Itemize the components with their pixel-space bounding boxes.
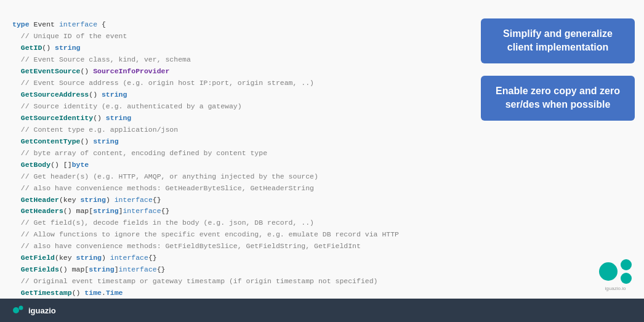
svg-point-0 bbox=[13, 307, 19, 313]
bubble-small-top bbox=[621, 259, 632, 270]
logo-area: iguazio bbox=[11, 304, 56, 317]
bubble-large-left bbox=[599, 262, 618, 281]
callout-box-1: Simplify and generalize client implement… bbox=[481, 18, 635, 63]
bubble-small-bottom bbox=[621, 273, 632, 284]
code-panel: type Event interface { // Unique ID of t… bbox=[0, 0, 472, 322]
svg-point-1 bbox=[19, 306, 23, 310]
bottom-bar: iguazio bbox=[0, 299, 644, 322]
callout-2-text: Enable zero copy and zero ser/des when p… bbox=[496, 86, 620, 110]
callout-box-2: Enable zero copy and zero ser/des when p… bbox=[481, 76, 635, 121]
bubble-group bbox=[599, 259, 632, 284]
iguazio-logo-icon bbox=[11, 304, 25, 317]
logo-text: iguazio bbox=[28, 306, 56, 315]
code-block: type Event interface { // Unique ID of t… bbox=[12, 7, 459, 322]
main-container: type Event interface { // Unique ID of t… bbox=[0, 0, 644, 322]
iguazio-brand-small: iguazio.io bbox=[605, 286, 626, 291]
callout-1-text: Simplify and generalize client implement… bbox=[503, 28, 613, 52]
iguazio-bubbles-decoration: iguazio.io bbox=[599, 259, 632, 291]
